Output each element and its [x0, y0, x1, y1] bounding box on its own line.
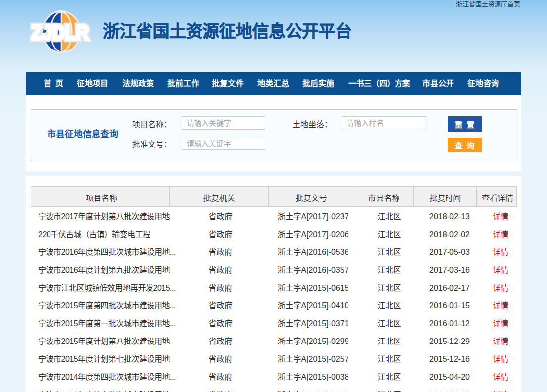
svg-text:ZJDLR: ZJDLR — [31, 21, 89, 44]
